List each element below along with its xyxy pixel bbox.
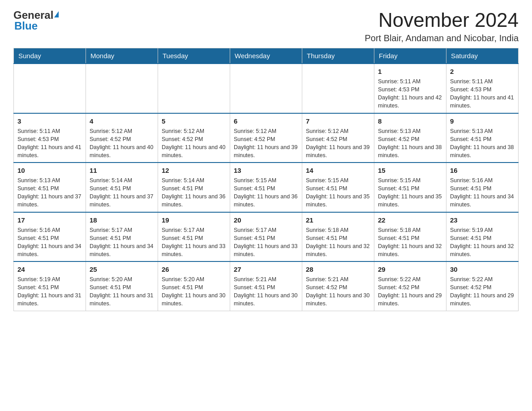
- day-number: 17: [17, 215, 82, 225]
- day-number: 6: [234, 116, 298, 126]
- day-number: 5: [162, 116, 226, 126]
- calendar-week-row: 17Sunrise: 5:16 AM Sunset: 4:51 PM Dayli…: [14, 212, 519, 262]
- calendar-day-header: Wednesday: [230, 48, 302, 64]
- calendar-day-cell: 27Sunrise: 5:21 AM Sunset: 4:51 PM Dayli…: [230, 261, 302, 311]
- day-number: 7: [306, 116, 370, 126]
- day-number: 8: [378, 116, 442, 126]
- calendar-day-cell: 1Sunrise: 5:11 AM Sunset: 4:53 PM Daylig…: [374, 64, 446, 113]
- calendar-header-row: SundayMondayTuesdayWednesdayThursdayFrid…: [14, 48, 519, 64]
- calendar-table: SundayMondayTuesdayWednesdayThursdayFrid…: [13, 48, 519, 311]
- day-info: Sunrise: 5:15 AM Sunset: 4:51 PM Dayligh…: [378, 176, 442, 209]
- day-number: 12: [162, 166, 226, 175]
- day-info: Sunrise: 5:15 AM Sunset: 4:51 PM Dayligh…: [234, 176, 298, 209]
- calendar-day-cell: 16Sunrise: 5:16 AM Sunset: 4:51 PM Dayli…: [446, 163, 519, 212]
- day-info: Sunrise: 5:20 AM Sunset: 4:51 PM Dayligh…: [90, 275, 154, 308]
- day-number: 30: [450, 265, 515, 274]
- calendar-day-cell: 24Sunrise: 5:19 AM Sunset: 4:51 PM Dayli…: [14, 261, 86, 311]
- calendar-day-cell: [230, 64, 302, 113]
- calendar-day-cell: 8Sunrise: 5:13 AM Sunset: 4:52 PM Daylig…: [374, 113, 446, 163]
- calendar-day-cell: 3Sunrise: 5:11 AM Sunset: 4:53 PM Daylig…: [14, 113, 86, 163]
- logo-blue-text: Blue: [14, 20, 38, 32]
- calendar-title: November 2024: [365, 9, 519, 31]
- day-number: 2: [450, 67, 515, 76]
- day-number: 1: [378, 67, 442, 76]
- calendar-day-cell: 14Sunrise: 5:15 AM Sunset: 4:51 PM Dayli…: [302, 163, 374, 212]
- day-number: 18: [90, 215, 154, 225]
- calendar-day-cell: 26Sunrise: 5:20 AM Sunset: 4:51 PM Dayli…: [158, 261, 230, 311]
- calendar-day-header: Sunday: [14, 48, 86, 64]
- calendar-day-cell: 6Sunrise: 5:12 AM Sunset: 4:52 PM Daylig…: [230, 113, 302, 163]
- day-info: Sunrise: 5:12 AM Sunset: 4:52 PM Dayligh…: [234, 127, 298, 160]
- calendar-day-cell: 20Sunrise: 5:17 AM Sunset: 4:51 PM Dayli…: [230, 212, 302, 262]
- calendar-day-cell: 2Sunrise: 5:11 AM Sunset: 4:53 PM Daylig…: [446, 64, 519, 113]
- day-info: Sunrise: 5:22 AM Sunset: 4:52 PM Dayligh…: [450, 275, 515, 308]
- calendar-day-header: Thursday: [302, 48, 374, 64]
- calendar-day-cell: 9Sunrise: 5:13 AM Sunset: 4:51 PM Daylig…: [446, 113, 519, 163]
- day-number: 16: [450, 166, 515, 175]
- calendar-day-cell: 28Sunrise: 5:21 AM Sunset: 4:52 PM Dayli…: [302, 261, 374, 311]
- title-area: November 2024 Port Blair, Andaman and Ni…: [365, 9, 519, 43]
- calendar-day-cell: 22Sunrise: 5:18 AM Sunset: 4:51 PM Dayli…: [374, 212, 446, 262]
- calendar-week-row: 3Sunrise: 5:11 AM Sunset: 4:53 PM Daylig…: [14, 113, 519, 163]
- calendar-day-cell: [14, 64, 86, 113]
- day-number: 19: [162, 215, 226, 225]
- calendar-day-cell: 12Sunrise: 5:14 AM Sunset: 4:51 PM Dayli…: [158, 163, 230, 212]
- day-number: 13: [234, 166, 298, 175]
- calendar-day-cell: 17Sunrise: 5:16 AM Sunset: 4:51 PM Dayli…: [14, 212, 86, 262]
- day-number: 23: [450, 215, 515, 225]
- calendar-day-cell: [158, 64, 230, 113]
- calendar-day-header: Tuesday: [158, 48, 230, 64]
- calendar-day-cell: 18Sunrise: 5:17 AM Sunset: 4:51 PM Dayli…: [86, 212, 158, 262]
- day-info: Sunrise: 5:19 AM Sunset: 4:51 PM Dayligh…: [450, 226, 515, 259]
- day-number: 15: [378, 166, 442, 175]
- calendar-day-cell: 21Sunrise: 5:18 AM Sunset: 4:51 PM Dayli…: [302, 212, 374, 262]
- day-number: 11: [90, 166, 154, 175]
- day-number: 26: [162, 265, 226, 274]
- calendar-day-cell: 13Sunrise: 5:15 AM Sunset: 4:51 PM Dayli…: [230, 163, 302, 212]
- day-number: 4: [90, 116, 154, 126]
- day-number: 27: [234, 265, 298, 274]
- day-info: Sunrise: 5:21 AM Sunset: 4:52 PM Dayligh…: [306, 275, 370, 308]
- day-number: 21: [306, 215, 370, 225]
- calendar-day-header: Friday: [374, 48, 446, 64]
- calendar-day-cell: 15Sunrise: 5:15 AM Sunset: 4:51 PM Dayli…: [374, 163, 446, 212]
- day-number: 24: [17, 265, 82, 274]
- calendar-week-row: 1Sunrise: 5:11 AM Sunset: 4:53 PM Daylig…: [14, 64, 519, 113]
- calendar-week-row: 24Sunrise: 5:19 AM Sunset: 4:51 PM Dayli…: [14, 261, 519, 311]
- day-number: 10: [17, 166, 82, 175]
- day-info: Sunrise: 5:12 AM Sunset: 4:52 PM Dayligh…: [90, 127, 154, 160]
- logo: General Blue: [13, 9, 59, 32]
- calendar-day-cell: [302, 64, 374, 113]
- day-number: 22: [378, 215, 442, 225]
- day-info: Sunrise: 5:13 AM Sunset: 4:51 PM Dayligh…: [450, 127, 515, 160]
- day-info: Sunrise: 5:13 AM Sunset: 4:52 PM Dayligh…: [378, 127, 442, 160]
- day-info: Sunrise: 5:11 AM Sunset: 4:53 PM Dayligh…: [17, 127, 82, 160]
- day-info: Sunrise: 5:15 AM Sunset: 4:51 PM Dayligh…: [306, 176, 370, 209]
- day-number: 29: [378, 265, 442, 274]
- day-number: 14: [306, 166, 370, 175]
- calendar-day-cell: 23Sunrise: 5:19 AM Sunset: 4:51 PM Dayli…: [446, 212, 519, 262]
- day-info: Sunrise: 5:16 AM Sunset: 4:51 PM Dayligh…: [450, 176, 515, 209]
- day-info: Sunrise: 5:18 AM Sunset: 4:51 PM Dayligh…: [378, 226, 442, 259]
- day-info: Sunrise: 5:16 AM Sunset: 4:51 PM Dayligh…: [17, 226, 82, 259]
- calendar-day-cell: 7Sunrise: 5:12 AM Sunset: 4:52 PM Daylig…: [302, 113, 374, 163]
- calendar-day-cell: 29Sunrise: 5:22 AM Sunset: 4:52 PM Dayli…: [374, 261, 446, 311]
- calendar-day-cell: [86, 64, 158, 113]
- day-info: Sunrise: 5:21 AM Sunset: 4:51 PM Dayligh…: [234, 275, 298, 308]
- calendar-day-cell: 19Sunrise: 5:17 AM Sunset: 4:51 PM Dayli…: [158, 212, 230, 262]
- calendar-day-cell: 30Sunrise: 5:22 AM Sunset: 4:52 PM Dayli…: [446, 261, 519, 311]
- calendar-day-cell: 10Sunrise: 5:13 AM Sunset: 4:51 PM Dayli…: [14, 163, 86, 212]
- day-info: Sunrise: 5:14 AM Sunset: 4:51 PM Dayligh…: [162, 176, 226, 209]
- day-info: Sunrise: 5:11 AM Sunset: 4:53 PM Dayligh…: [378, 77, 442, 110]
- calendar-day-header: Saturday: [446, 48, 519, 64]
- calendar-day-cell: 4Sunrise: 5:12 AM Sunset: 4:52 PM Daylig…: [86, 113, 158, 163]
- day-number: 25: [90, 265, 154, 274]
- calendar-day-header: Monday: [86, 48, 158, 64]
- day-number: 9: [450, 116, 515, 126]
- day-info: Sunrise: 5:17 AM Sunset: 4:51 PM Dayligh…: [162, 226, 226, 259]
- day-info: Sunrise: 5:13 AM Sunset: 4:51 PM Dayligh…: [17, 176, 82, 209]
- day-number: 28: [306, 265, 370, 274]
- day-info: Sunrise: 5:14 AM Sunset: 4:51 PM Dayligh…: [90, 176, 154, 209]
- day-info: Sunrise: 5:22 AM Sunset: 4:52 PM Dayligh…: [378, 275, 442, 308]
- day-info: Sunrise: 5:17 AM Sunset: 4:51 PM Dayligh…: [234, 226, 298, 259]
